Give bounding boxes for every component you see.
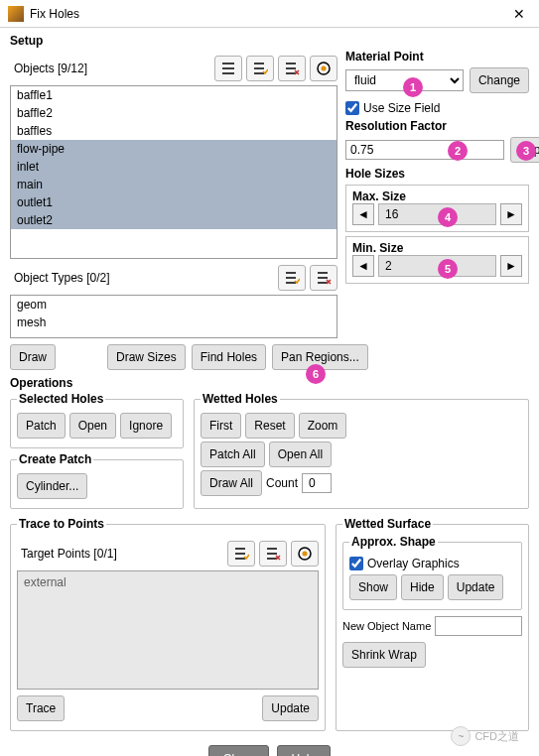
increment-icon[interactable]: ►: [500, 255, 522, 277]
show-button[interactable]: Show: [349, 574, 397, 600]
decrement-icon[interactable]: ◄: [352, 203, 374, 225]
wetted-surface-group: Wetted Surface Approx. Shape Overlay Gra…: [336, 517, 529, 731]
watermark-text: CFD之道: [474, 729, 519, 744]
svg-point-1: [322, 66, 327, 71]
target-icon[interactable]: [310, 56, 337, 81]
trace-button[interactable]: Trace: [17, 695, 65, 721]
titlebar: Fix Holes ✕: [0, 0, 539, 28]
list-icon[interactable]: [214, 56, 242, 81]
increment-icon[interactable]: ►: [500, 203, 522, 225]
selected-holes-legend: Selected Holes: [17, 392, 105, 406]
watermark: ~ CFD之道: [451, 726, 519, 746]
min-size-value[interactable]: 2: [378, 255, 496, 277]
zoom-button[interactable]: Zoom: [299, 413, 347, 439]
deselect-all-icon[interactable]: [278, 56, 306, 81]
close-icon[interactable]: ✕: [507, 4, 531, 24]
use-size-field-label: Use Size Field: [363, 101, 440, 115]
max-size-value[interactable]: 16: [378, 203, 496, 225]
list-item[interactable]: main: [11, 176, 337, 193]
count-label: Count: [266, 476, 298, 490]
select-all-icon[interactable]: [246, 56, 274, 81]
select-all-icon[interactable]: [227, 541, 255, 567]
material-point-label: Material Point: [345, 50, 529, 63]
new-object-name-input[interactable]: [435, 616, 522, 636]
list-item[interactable]: mesh: [11, 314, 337, 331]
max-size-label: Max. Size: [352, 189, 522, 203]
close-button[interactable]: Close: [208, 745, 269, 756]
help-button[interactable]: Help: [277, 745, 332, 756]
overlay-graphics-checkbox[interactable]: [349, 557, 363, 570]
wetted-holes-legend: Wetted Holes: [201, 392, 280, 406]
overlay-graphics-label: Overlay Graphics: [367, 557, 460, 570]
list-item[interactable]: baffle2: [11, 104, 337, 122]
approx-shape-legend: Approx. Shape: [349, 535, 438, 549]
deselect-all-icon[interactable]: [310, 265, 337, 291]
list-item[interactable]: flow-pipe: [11, 140, 337, 158]
shrink-wrap-button[interactable]: Shrink Wrap: [342, 642, 426, 668]
trace-legend: Trace to Points: [17, 517, 106, 531]
apply-button[interactable]: Apply: [510, 137, 539, 163]
list-item[interactable]: outlet2: [11, 211, 337, 229]
update-button[interactable]: Update: [262, 695, 319, 721]
patch-all-button[interactable]: Patch All: [201, 441, 265, 467]
decrement-icon[interactable]: ◄: [352, 255, 374, 277]
wetted-surface-legend: Wetted Surface: [342, 517, 433, 531]
first-button[interactable]: First: [201, 413, 241, 439]
draw-button[interactable]: Draw: [10, 344, 56, 370]
list-item[interactable]: outlet1: [11, 193, 337, 211]
list-item[interactable]: inlet: [11, 158, 337, 176]
resolution-input[interactable]: [345, 140, 504, 160]
select-all-icon[interactable]: [278, 265, 306, 291]
svg-point-3: [303, 552, 308, 557]
reset-button[interactable]: Reset: [245, 413, 294, 439]
setup-legend: Setup: [10, 34, 529, 48]
deselect-all-icon[interactable]: [259, 541, 287, 567]
wetted-holes-group: Wetted Holes First Reset Zoom Patch All …: [194, 392, 529, 509]
resolution-label: Resolution Factor: [345, 119, 529, 133]
open-all-button[interactable]: Open All: [269, 441, 332, 467]
hide-button[interactable]: Hide: [401, 574, 444, 600]
count-value: 0: [302, 473, 332, 493]
create-patch-group: Create Patch Cylinder...: [10, 452, 184, 509]
window-title: Fix Holes: [30, 7, 507, 21]
operations-legend: Operations: [10, 376, 529, 390]
list-item[interactable]: geom: [11, 296, 337, 314]
object-types-listbox[interactable]: geom mesh: [10, 295, 337, 338]
new-object-name-label: New Object Name: [342, 620, 431, 632]
draw-sizes-button[interactable]: Draw Sizes: [107, 344, 186, 370]
list-item[interactable]: external: [18, 571, 318, 593]
setup-section: Setup Objects [9/12] baffle1 baffle2 baf…: [10, 34, 529, 370]
objects-listbox[interactable]: baffle1 baffle2 baffles flow-pipe inlet …: [10, 85, 337, 259]
hole-sizes-label: Hole Sizes: [345, 167, 529, 181]
target-points-label: Target Points [0/1]: [17, 547, 227, 561]
ignore-button[interactable]: Ignore: [120, 413, 172, 439]
list-item[interactable]: baffle1: [11, 86, 337, 104]
min-size-label: Min. Size: [352, 241, 522, 255]
objects-label: Objects [9/12]: [10, 62, 214, 75]
update-button[interactable]: Update: [448, 574, 504, 600]
patch-button[interactable]: Patch: [17, 413, 66, 439]
use-size-field-checkbox[interactable]: [345, 101, 359, 115]
watermark-icon: ~: [451, 726, 471, 746]
change-button[interactable]: Change: [470, 67, 529, 93]
material-point-select[interactable]: fluid: [345, 69, 464, 91]
open-button[interactable]: Open: [69, 413, 116, 439]
find-holes-button[interactable]: Find Holes: [192, 344, 266, 370]
app-icon: [8, 6, 24, 22]
trace-to-points-group: Trace to Points Target Points [0/1] exte…: [10, 517, 326, 731]
approx-shape-group: Approx. Shape Overlay Graphics Show Hide…: [342, 535, 522, 610]
pan-regions-button[interactable]: Pan Regions...: [272, 344, 368, 370]
draw-all-button[interactable]: Draw All: [201, 470, 262, 496]
target-points-listbox[interactable]: external: [17, 570, 319, 690]
target-icon[interactable]: [291, 541, 319, 567]
cylinder-button[interactable]: Cylinder...: [17, 473, 87, 499]
list-item[interactable]: baffles: [11, 122, 337, 140]
object-types-label: Object Types [0/2]: [10, 271, 278, 285]
create-patch-legend: Create Patch: [17, 452, 93, 466]
selected-holes-group: Selected Holes Patch Open Ignore: [10, 392, 184, 448]
